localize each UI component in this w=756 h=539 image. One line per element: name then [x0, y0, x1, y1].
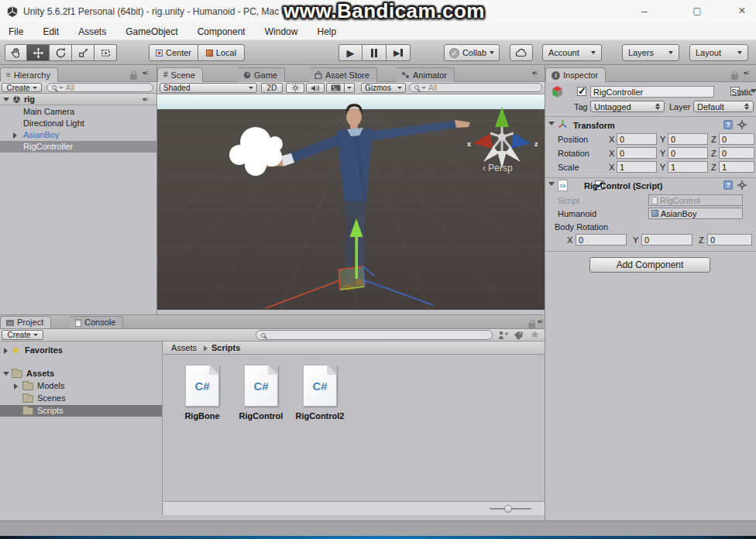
tree-models[interactable]: Models — [0, 380, 162, 392]
breadcrumb-current[interactable]: Scripts — [211, 342, 240, 354]
hierarchy-item-asianboy[interactable]: AsianBoy — [0, 129, 156, 141]
close-button[interactable]: × — [727, 0, 756, 23]
menu-assets[interactable]: Assets — [70, 23, 115, 40]
axis-center-icon[interactable] — [498, 133, 506, 141]
script-field[interactable]: RigControl — [648, 194, 743, 206]
panel-menu-icon[interactable]: ▾≡ — [532, 70, 538, 77]
effects-dropdown[interactable] — [345, 83, 355, 93]
search-by-type-icon[interactable] — [498, 331, 508, 340]
body-rotation-y-field[interactable]: 0 — [641, 234, 692, 245]
foldout-closed-icon[interactable] — [14, 383, 18, 390]
tab-project[interactable]: Project — [0, 316, 51, 328]
humanoid-field[interactable]: AsianBoy — [648, 208, 743, 219]
hand-tool-button[interactable] — [5, 44, 27, 61]
lock-icon[interactable] — [130, 74, 137, 80]
hierarchy-search-input[interactable]: All — [46, 83, 153, 92]
menu-help[interactable]: Help — [309, 23, 345, 40]
help-icon[interactable]: ? — [723, 120, 733, 129]
pause-button[interactable] — [363, 44, 387, 61]
add-component-button[interactable]: Add Component — [589, 257, 710, 273]
tab-inspector[interactable]: i Inspector — [545, 67, 606, 82]
tag-dropdown[interactable]: Untagged — [590, 101, 665, 112]
position-x-field[interactable]: 0 — [617, 133, 657, 145]
rotation-x-field[interactable]: 0 — [617, 147, 657, 159]
body-rotation-x-field[interactable]: 0 — [576, 234, 627, 245]
tree-assets[interactable]: Assets — [0, 368, 162, 379]
lock-icon[interactable] — [528, 323, 535, 328]
play-button[interactable]: ▶ — [338, 44, 363, 61]
menu-window[interactable]: Window — [256, 23, 307, 40]
persp-toggle[interactable]: ‹ Persp — [483, 163, 513, 173]
scene-viewport[interactable]: x z ‹ Persp — [157, 94, 545, 310]
rotate-tool-button[interactable] — [50, 44, 72, 61]
body-rotation-z-field[interactable]: 0 — [707, 234, 752, 245]
tab-scene[interactable]: # Scene — [157, 67, 203, 82]
tab-game[interactable]: Game — [238, 67, 285, 82]
tab-animator[interactable]: Animator — [396, 67, 455, 82]
project-create-button[interactable]: Create — [2, 330, 43, 340]
rotation-y-field[interactable]: 0 — [668, 147, 708, 159]
hierarchy-create-button[interactable]: Create — [2, 83, 42, 92]
hierarchy-item-directional-light[interactable]: Directional Light — [0, 118, 156, 129]
tree-scenes[interactable]: Scenes — [0, 393, 162, 404]
foldout-closed-icon[interactable] — [13, 132, 17, 139]
transform-foldout-icon[interactable] — [548, 122, 555, 125]
move-tool-button[interactable] — [27, 44, 50, 61]
menu-edit[interactable]: Edit — [34, 23, 67, 40]
scale-x-field[interactable]: 1 — [617, 161, 657, 173]
favorites-filter-icon[interactable]: ★ — [531, 329, 539, 340]
file-rigcontrol[interactable]: C# RigControl — [244, 365, 278, 407]
lighting-toggle-button[interactable] — [286, 83, 304, 93]
help-icon[interactable]: ? — [723, 180, 733, 190]
layout-dropdown[interactable]: Layout — [689, 44, 748, 61]
breadcrumb-root[interactable]: Assets — [171, 342, 197, 354]
zoom-slider-knob[interactable] — [504, 505, 512, 513]
layers-dropdown[interactable]: Layers — [622, 44, 679, 61]
account-dropdown[interactable]: Account — [542, 44, 602, 61]
effects-toggle-button[interactable] — [326, 83, 345, 93]
shaded-dropdown[interactable]: Shaded — [160, 83, 257, 93]
menu-file[interactable]: File — [0, 23, 32, 40]
rotation-z-field[interactable]: 0 — [719, 147, 754, 159]
foldout-open-icon[interactable] — [3, 98, 9, 101]
audio-toggle-button[interactable] — [306, 83, 325, 93]
hierarchy-item-main-camera[interactable]: Main Camera — [0, 106, 156, 118]
scale-tool-button[interactable] — [72, 44, 94, 61]
tab-asset-store[interactable]: Asset Store — [309, 67, 377, 82]
panel-menu-icon[interactable]: ▾≡ — [538, 318, 543, 325]
tree-favorites[interactable]: ★ Favorites — [0, 345, 162, 356]
foldout-closed-icon[interactable] — [4, 348, 8, 354]
static-dropdown-icon[interactable] — [751, 89, 756, 93]
tab-console[interactable]: Console — [70, 316, 123, 328]
tab-hierarchy[interactable]: ≡ Hierarchy — [0, 67, 58, 82]
active-checkbox[interactable] — [577, 87, 586, 96]
gear-icon[interactable] — [737, 120, 747, 129]
position-z-field[interactable]: 0 — [719, 133, 754, 145]
pivot-center-button[interactable]: Center — [149, 44, 198, 61]
search-by-label-icon[interactable] — [514, 331, 524, 340]
name-field[interactable]: RigController — [590, 86, 714, 98]
gizmos-dropdown[interactable]: Gizmos — [361, 83, 406, 93]
2d-toggle-button[interactable]: 2D — [261, 83, 283, 93]
hierarchy-item-rigcontroller[interactable]: RigController — [0, 141, 156, 153]
step-button[interactable]: ▶ — [387, 44, 411, 61]
scene-menu-icon[interactable]: ▾≡ — [143, 96, 148, 103]
rigcontrol-foldout-icon[interactable] — [548, 182, 555, 186]
maximize-button[interactable]: ▢ — [682, 0, 713, 23]
orientation-local-button[interactable]: Local — [198, 44, 245, 61]
scale-y-field[interactable]: 1 — [668, 161, 708, 173]
scale-z-field[interactable]: 1 — [719, 161, 754, 173]
lock-icon[interactable] — [731, 74, 738, 80]
collab-dropdown[interactable]: ✓ Collab — [444, 44, 500, 61]
file-rigcontrol2[interactable]: C# RigControl2 — [303, 365, 337, 407]
scene-header-row[interactable]: rig ▾≡ — [0, 94, 156, 105]
foldout-open-icon[interactable] — [3, 372, 9, 376]
rect-tool-button[interactable] — [94, 44, 117, 61]
position-y-field[interactable]: 0 — [668, 133, 708, 145]
panel-menu-icon[interactable]: ▾≡ — [744, 70, 749, 77]
tree-scripts[interactable]: Scripts — [0, 405, 162, 417]
menu-gameobject[interactable]: GameObject — [117, 23, 186, 40]
scene-search-input[interactable]: All — [409, 83, 542, 92]
cloud-button[interactable] — [510, 44, 533, 61]
panel-menu-icon[interactable]: ▾≡ — [143, 70, 148, 77]
